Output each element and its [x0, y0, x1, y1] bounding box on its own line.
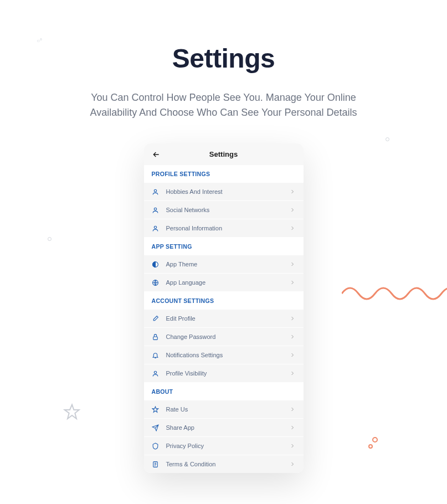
chevron-right-icon	[289, 424, 296, 431]
row-edit-profile[interactable]: Edit Profile	[144, 310, 304, 328]
section-header-account: ACCOUNT SETTINGS	[144, 292, 304, 310]
section-header-profile: PROFILE SETTINGS	[144, 165, 304, 183]
row-social[interactable]: Social Networks	[144, 201, 304, 219]
row-label: Profile Visibility	[166, 370, 289, 377]
row-label: App Language	[166, 279, 289, 286]
chevron-right-icon	[289, 225, 296, 232]
row-personal[interactable]: Personal Information	[144, 219, 304, 238]
decorative-bubbles	[367, 436, 378, 450]
row-password[interactable]: Change Password	[144, 328, 304, 346]
row-share[interactable]: Share App	[144, 419, 304, 437]
user-icon	[152, 188, 160, 196]
chevron-right-icon	[289, 461, 296, 467]
svg-rect-7	[153, 336, 158, 339]
page-title: Settings	[0, 43, 447, 74]
back-button[interactable]	[152, 150, 161, 159]
document-icon	[152, 460, 160, 468]
row-label: Change Password	[166, 333, 289, 340]
section-header-about: ABOUT	[144, 383, 304, 400]
screen-title: Settings	[152, 150, 296, 158]
row-rate[interactable]: Rate Us	[144, 400, 304, 419]
chevron-right-icon	[289, 333, 296, 340]
section-header-app: APP SETTING	[144, 238, 304, 255]
svg-point-0	[373, 438, 377, 442]
row-privacy[interactable]: Privacy Policy	[144, 437, 304, 455]
row-label: Hobbies And Interest	[166, 188, 289, 195]
decorative-circle	[48, 237, 52, 241]
chevron-right-icon	[289, 315, 296, 322]
user-icon	[152, 369, 160, 377]
phone-mockup: Settings PROFILE SETTINGS Hobbies And In…	[144, 143, 304, 473]
chevron-right-icon	[289, 406, 296, 413]
svg-point-8	[154, 371, 156, 373]
phone-header: Settings	[144, 143, 304, 165]
row-language[interactable]: App Language	[144, 274, 304, 292]
svg-point-3	[154, 208, 156, 210]
row-label: Notifications Settings	[166, 352, 289, 358]
row-label: Rate Us	[166, 406, 289, 413]
row-visibility[interactable]: Profile Visibility	[144, 364, 304, 383]
chevron-right-icon	[289, 188, 296, 195]
row-label: Share App	[166, 424, 289, 431]
row-label: Terms & Condition	[166, 461, 289, 467]
user-icon	[152, 206, 160, 214]
chevron-right-icon	[289, 279, 296, 286]
send-icon	[152, 424, 160, 431]
row-label: Social Networks	[166, 207, 289, 213]
chevron-right-icon	[289, 370, 296, 377]
user-icon	[152, 224, 160, 232]
theme-icon	[152, 260, 160, 268]
row-label: Edit Profile	[166, 315, 289, 322]
row-terms[interactable]: Terms & Condition	[144, 455, 304, 473]
svg-point-4	[154, 226, 156, 228]
svg-point-2	[154, 189, 156, 192]
chevron-right-icon	[289, 352, 296, 358]
row-theme[interactable]: App Theme	[144, 255, 304, 274]
chevron-right-icon	[289, 207, 296, 213]
decorative-wave	[342, 271, 447, 305]
star-icon	[152, 405, 160, 413]
chevron-right-icon	[289, 443, 296, 449]
edit-icon	[152, 315, 160, 322]
bell-icon	[152, 351, 160, 359]
row-label: App Theme	[166, 261, 289, 268]
shield-icon	[152, 442, 160, 450]
page-subtitle: You Can Control How People See You. Mana…	[69, 90, 379, 120]
decorative-dots: ○°	[37, 38, 42, 44]
decorative-star	[63, 403, 81, 421]
row-notifications[interactable]: Notifications Settings	[144, 346, 304, 364]
lock-icon	[152, 333, 160, 341]
row-label: Personal Information	[166, 225, 289, 232]
row-hobbies[interactable]: Hobbies And Interest	[144, 183, 304, 201]
chevron-right-icon	[289, 261, 296, 268]
svg-point-1	[369, 445, 372, 448]
row-label: Privacy Policy	[166, 443, 289, 449]
decorative-circle	[386, 137, 389, 141]
globe-icon	[152, 279, 160, 286]
